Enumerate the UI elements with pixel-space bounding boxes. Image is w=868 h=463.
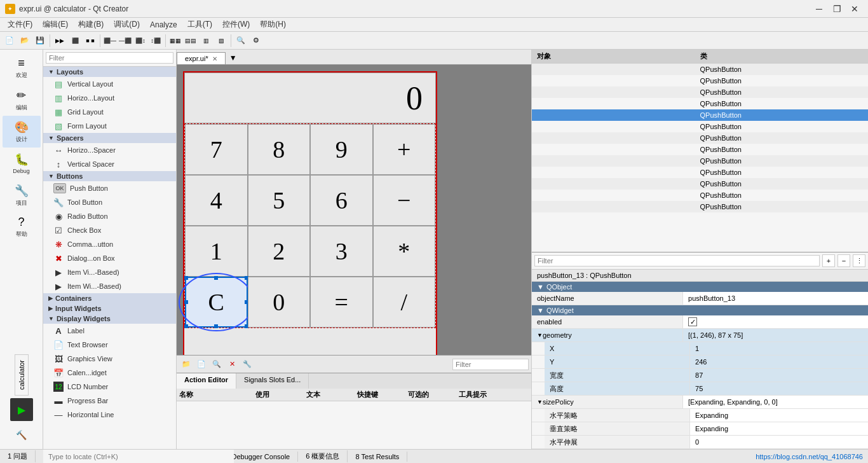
object-row-11[interactable]: QPushButton xyxy=(532,178,868,190)
calc-btn-equals[interactable]: = xyxy=(310,277,373,328)
widget-graphics-view[interactable]: 🖼 Graphics View xyxy=(43,352,176,366)
prop-value-vpolicy[interactable]: Expanding xyxy=(690,422,868,435)
toolbar-settings[interactable]: ⚙ xyxy=(249,34,263,48)
widget-item-widget[interactable]: ▶ Item Wi...-Based) xyxy=(43,279,176,293)
object-row-5-selected[interactable]: QPushButton xyxy=(532,109,868,121)
widget-horizontal-spacer[interactable]: ↔ Horizo...Spacer xyxy=(43,143,176,157)
design-area[interactable]: 0 7 8 9 + 4 5 6 − 1 2 3 xyxy=(177,65,531,355)
object-row-13[interactable]: QPushButton xyxy=(532,201,868,212)
section-display-widgets[interactable]: ▼ Display Widgets xyxy=(43,314,176,324)
calc-btn-2[interactable]: 2 xyxy=(248,226,311,277)
object-row-3[interactable]: QPushButton xyxy=(532,86,868,98)
sidebar-projects[interactable]: 🔧 项目 xyxy=(3,179,41,211)
prop-row-x[interactable]: X 1 xyxy=(532,342,868,356)
calc-btn-4[interactable]: 4 xyxy=(185,175,248,226)
widget-horizontal-line[interactable]: — Horizontal Line xyxy=(43,408,176,422)
sidebar-debug[interactable]: 🐛 Debug xyxy=(3,148,41,179)
object-row-12[interactable]: QPushButton xyxy=(532,190,868,201)
prop-row-enabled[interactable]: enabled ✓ xyxy=(532,315,868,329)
section-layouts[interactable]: ▼ Layouts xyxy=(43,67,176,77)
prop-value-enabled[interactable]: ✓ xyxy=(683,315,868,328)
calc-btn-6[interactable]: 6 xyxy=(310,175,373,226)
toolbar-btn1[interactable]: ▶▶ xyxy=(53,34,67,48)
section-containers[interactable]: ▶ Containers xyxy=(43,293,176,303)
widget-filter-input[interactable] xyxy=(46,52,173,64)
object-row-8[interactable]: QPushButton xyxy=(532,144,868,155)
bottom-toolbar-btn1[interactable]: 📁 xyxy=(179,357,193,371)
action-filter-input[interactable] xyxy=(452,359,529,370)
menu-edit[interactable]: 编辑(E) xyxy=(37,18,73,31)
toolbar-align4[interactable]: ↕⬛ xyxy=(149,34,163,48)
prop-value-y[interactable]: 246 xyxy=(690,356,868,368)
toolbar-new[interactable]: 📄 xyxy=(3,34,17,48)
calc-btn-3[interactable]: 3 xyxy=(310,226,373,277)
prop-value-hstretch[interactable]: 0 xyxy=(690,436,868,448)
prop-row-y[interactable]: Y 246 xyxy=(532,356,868,369)
calc-btn-9[interactable]: 9 xyxy=(310,124,373,175)
section-spacers[interactable]: ▼ Spacers xyxy=(43,133,176,143)
toolbar-zoom-in[interactable]: 🔍 xyxy=(234,34,248,48)
toolbar-align2[interactable]: —⬛ xyxy=(118,34,132,48)
prop-section-qobject[interactable]: ▼ QObject xyxy=(532,282,868,292)
calc-btn-divide[interactable]: / xyxy=(373,277,436,328)
widget-check-box[interactable]: ☑ Check Box xyxy=(43,223,176,237)
object-row-1[interactable]: QPushButton xyxy=(532,64,868,75)
bottom-toolbar-btn4[interactable]: ✕ xyxy=(225,357,239,371)
widget-vertical-layout[interactable]: ▤ Vertical Layout xyxy=(43,77,176,91)
widget-progress-bar[interactable]: ▬ Progress Bar xyxy=(43,394,176,408)
prop-more-button[interactable]: ⋮ xyxy=(853,254,865,267)
calc-btn-8[interactable]: 8 xyxy=(248,124,311,175)
bottom-toolbar-btn5[interactable]: 🔧 xyxy=(240,357,254,371)
calc-btn-7[interactable]: 7 xyxy=(185,124,248,175)
sidebar-welcome[interactable]: ≡ 欢迎 xyxy=(3,52,41,84)
widget-tool-button[interactable]: 🔧 Tool Button xyxy=(43,195,176,209)
menu-controls[interactable]: 控件(W) xyxy=(217,18,255,31)
tab-signals-slots[interactable]: Signals Slots Ed... xyxy=(236,373,309,389)
calc-btn-plus[interactable]: + xyxy=(373,124,436,175)
toolbar-btn2[interactable]: ⬛ xyxy=(68,34,82,48)
calc-btn-0[interactable]: 0 xyxy=(248,277,311,328)
prop-value-height[interactable]: 75 xyxy=(690,382,868,395)
prop-remove-button[interactable]: − xyxy=(837,254,850,267)
toolbar-grid2[interactable]: ▤▤ xyxy=(184,34,198,48)
sidebar-help[interactable]: ? 帮助 xyxy=(3,211,41,243)
widget-horizontal-layout[interactable]: ▥ Horizo...Layout xyxy=(43,91,176,105)
sidebar-edit[interactable]: ✏ 编辑 xyxy=(3,84,41,116)
menu-debug[interactable]: 调试(D) xyxy=(109,18,145,31)
prop-row-sizepolicy[interactable]: ▼ sizePolicy [Expanding, Expanding, 0, 0… xyxy=(532,396,868,409)
section-input-widgets[interactable]: ▶ Input Widgets xyxy=(43,303,176,314)
tab-expr-ui[interactable]: expr.ui* ✕ xyxy=(177,52,226,64)
close-button[interactable]: ✕ xyxy=(846,3,863,15)
widget-dialog-button-box[interactable]: ✖ Dialog...on Box xyxy=(43,251,176,265)
toolbar-open[interactable]: 📂 xyxy=(18,34,32,48)
prop-value-hpolicy[interactable]: Expanding xyxy=(690,409,868,422)
menu-build[interactable]: 构建(B) xyxy=(73,18,109,31)
locate-input[interactable] xyxy=(43,452,234,462)
toolbar-align3[interactable]: ⬛↕ xyxy=(133,34,147,48)
widget-form-layout[interactable]: ▧ Form Layout xyxy=(43,119,176,133)
prop-value-x[interactable]: 1 xyxy=(690,342,868,355)
calc-btn-C[interactable]: C xyxy=(185,277,248,328)
prop-section-qwidget[interactable]: ▼ QWidget xyxy=(532,305,868,315)
calc-btn-multiply[interactable]: * xyxy=(373,226,436,277)
prop-value-objectname[interactable]: pushButton_13 xyxy=(683,292,868,305)
widget-label[interactable]: A Label xyxy=(43,324,176,338)
object-row-2[interactable]: QPushButton xyxy=(532,75,868,86)
object-row-10[interactable]: QPushButton xyxy=(532,167,868,178)
prop-row-vpolicy[interactable]: 垂直策略 Expanding xyxy=(532,422,868,436)
calc-btn-1[interactable]: 1 xyxy=(185,226,248,277)
app-label-calculator[interactable]: calculator xyxy=(15,354,29,396)
bottom-tab-problems[interactable]: 1 问题 xyxy=(0,450,36,462)
toolbar-grid[interactable]: ▦▦ xyxy=(168,34,182,48)
section-buttons[interactable]: ▼ Buttons xyxy=(43,171,176,181)
status-url[interactable]: https://blog.csdn.net/qq_41068746 xyxy=(750,452,868,462)
prop-row-width[interactable]: 宽度 87 xyxy=(532,369,868,382)
prop-row-height[interactable]: 高度 75 xyxy=(532,382,868,396)
calc-btn-minus[interactable]: − xyxy=(373,175,436,226)
bottom-tab-overview[interactable]: 6 概要信息 xyxy=(298,450,348,462)
widget-grid-layout[interactable]: ▦ Grid Layout xyxy=(43,105,176,119)
widget-text-browser[interactable]: 📄 Text Browser xyxy=(43,338,176,352)
menu-file[interactable]: 文件(F) xyxy=(3,18,37,31)
widget-radio-button[interactable]: ◉ Radio Button xyxy=(43,209,176,223)
prop-row-hstretch[interactable]: 水平伸展 0 xyxy=(532,436,868,449)
